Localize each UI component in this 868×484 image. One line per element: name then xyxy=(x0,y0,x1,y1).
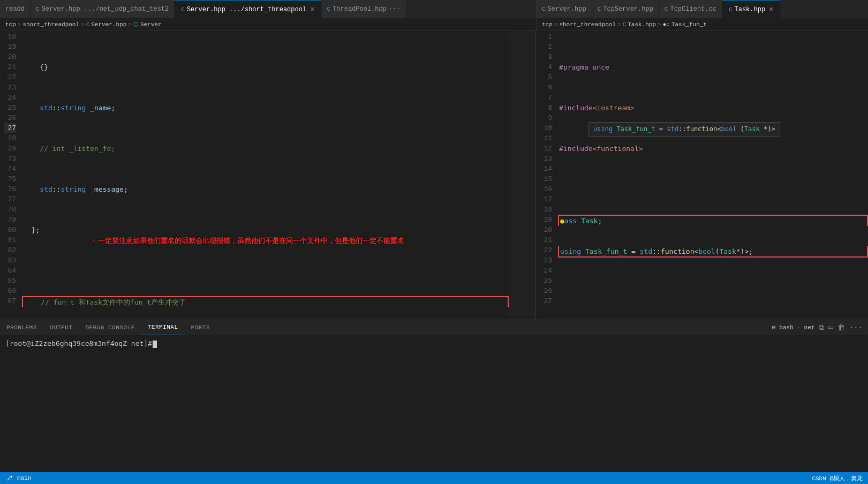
tab-task-label: Task.hpp xyxy=(735,6,766,13)
tab-tcpserver-label: TcpServer.hpp xyxy=(603,5,653,13)
tab-tcpserver[interactable]: C TcpServer.hpp xyxy=(592,0,659,18)
line-numbers-left: 18 19 20 21 22 23 24 25 26 27 28 29 73 7… xyxy=(0,31,20,320)
tab-server-right[interactable]: C Server.hpp xyxy=(537,0,592,18)
code-right[interactable]: #pragma once #include<iostream> #include… xyxy=(556,31,868,320)
breadcrumb-right: tcp > short_threadpool > C Task.hpp > ●○… xyxy=(536,19,868,30)
tab-server-udp-label: Server.hpp .../net_udp_chat_test2 xyxy=(42,5,169,13)
terminal-tab-problems[interactable]: PROBLEMS xyxy=(0,320,43,335)
terminal-tab-ports[interactable]: PORTS xyxy=(185,320,217,335)
terminal-split-icon[interactable]: ⧉ xyxy=(819,323,824,332)
tab-server-right-label: Server.hpp xyxy=(548,5,586,13)
annotation-arrow-text: ←一定要注意如果他们重名的话就会出现报错，虽然他们不是在同一个文件中，但是他们一… xyxy=(91,236,404,246)
tab-threadpool-dots: ··· xyxy=(389,5,401,13)
tab-server-udp[interactable]: C Server.hpp .../net_udp_chat_test2 xyxy=(31,0,175,18)
terminal-more-icon[interactable]: ··· xyxy=(849,323,863,332)
breadcrumb-left: tcp > short_threadpool > C Server.hpp > … xyxy=(0,19,536,30)
terminal-tab-terminal[interactable]: TERMINAL xyxy=(141,320,185,335)
right-editor: 1 2 3 4 5 6 7 8 9 10 11 12 13 14 15 16 1… xyxy=(536,31,868,320)
tab-task-close[interactable]: × xyxy=(769,5,773,14)
tab-tcpclient[interactable]: C TcpClient.cc xyxy=(659,0,722,18)
terminal-name: ⊞ bash - net xyxy=(772,324,814,331)
tooltip-box: using Task_fun_t = std::function<bool (T… xyxy=(588,122,780,137)
tab-tcpclient-label: TcpClient.cc xyxy=(670,5,716,13)
tab-readd-label: readd xyxy=(5,5,25,13)
tab-server-short[interactable]: C Server.hpp .../short_threadpool × xyxy=(175,0,321,18)
terminal-prompt: [root@iZ2zeb6ghq39ce8m3nf4oqZ net]# xyxy=(5,339,152,347)
tab-task[interactable]: C Task.hpp × xyxy=(722,0,781,18)
tab-server-short-close[interactable]: × xyxy=(310,5,314,14)
terminal-content[interactable]: [root@iZ2zeb6ghq39ce8m3nf4oqZ net]# xyxy=(0,335,868,352)
left-editor: 18 19 20 21 22 23 24 25 26 27 28 29 73 7… xyxy=(0,31,536,320)
terminal-tab-debug[interactable]: DEBUG CONSOLE xyxy=(79,320,141,335)
status-bar-left: ⎇ main xyxy=(5,474,31,482)
terminal-tab-output[interactable]: OUTPUT xyxy=(43,320,79,335)
status-bar: ⎇ main CSDN @桐人，奥龙 xyxy=(0,472,868,484)
terminal-layout-icon[interactable]: ▭ xyxy=(828,323,833,332)
tab-readd[interactable]: readd xyxy=(0,0,31,18)
minimap-left xyxy=(509,31,535,320)
terminal-area: PROBLEMS OUTPUT DEBUG CONSOLE TERMINAL P… xyxy=(0,320,868,405)
tab-server-short-label: Server.hpp .../short_threadpool xyxy=(187,6,306,13)
tab-threadpool-label: ThreadPool.hpp xyxy=(333,5,387,13)
status-bar-right: CSDN @桐人，奥龙 xyxy=(812,474,863,482)
code-left[interactable]: {} std::string _name; // int _listen_fd;… xyxy=(20,31,509,320)
branch-icon: ⎇ xyxy=(5,474,13,482)
terminal-tab-bar: PROBLEMS OUTPUT DEBUG CONSOLE TERMINAL P… xyxy=(0,320,868,335)
line-numbers-right: 1 2 3 4 5 6 7 8 9 10 11 12 13 14 15 16 1… xyxy=(536,31,556,320)
tab-threadpool[interactable]: C ThreadPool.hpp ··· xyxy=(322,0,406,18)
terminal-trash-icon[interactable]: 🗑 xyxy=(837,323,845,332)
